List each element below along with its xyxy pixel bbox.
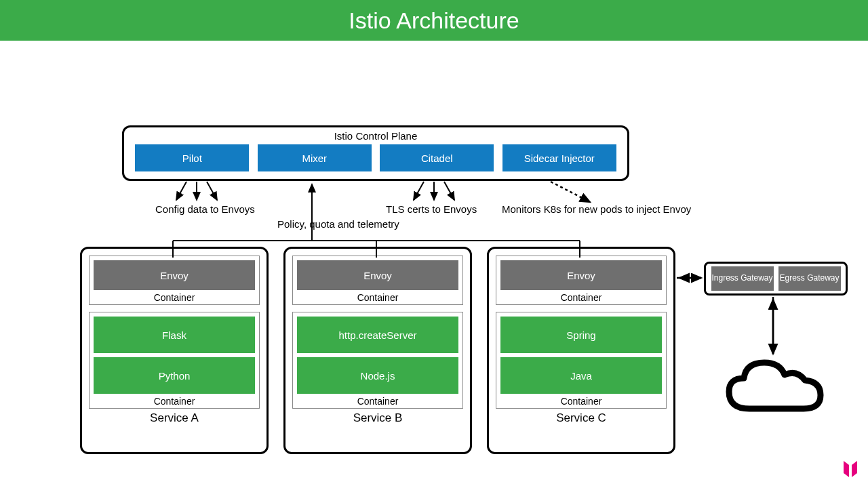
service-c-envoy: Envoy (500, 260, 662, 290)
svg-line-5 (444, 182, 454, 200)
service-b-label: Service B (285, 411, 470, 425)
svg-line-3 (414, 182, 424, 200)
svg-line-0 (176, 182, 186, 200)
header-bar: Istio Architecture (0, 0, 868, 41)
service-a-lang: Python (94, 357, 255, 394)
diagram-canvas: Istio Control Plane Pilot Mixer Citadel … (0, 41, 868, 488)
egress-gateway: Egress Gateway (778, 266, 841, 291)
service-a-envoy: Envoy (94, 260, 255, 290)
control-plane-box: Istio Control Plane Pilot Mixer Citadel … (122, 125, 629, 181)
container-label: Container (500, 292, 662, 303)
sidecar-annotation: Monitors K8s for new pods to inject Envo… (502, 203, 691, 215)
container-label: Container (297, 292, 458, 303)
svg-line-6 (551, 182, 590, 202)
pilot-box: Pilot (135, 144, 249, 171)
control-plane-label: Istio Control Plane (124, 130, 627, 142)
service-c-framework: Spring (500, 317, 662, 353)
service-a-framework: Flask (94, 317, 255, 353)
ingress-gateway: Ingress Gateway (711, 266, 774, 291)
brand-logo-icon (838, 457, 863, 484)
container-label: Container (297, 396, 458, 407)
service-c-label: Service C (489, 411, 673, 425)
service-a-box: Envoy Container Flask Python Container S… (80, 247, 269, 454)
service-b-envoy: Envoy (297, 260, 458, 290)
service-b-envoy-container: Envoy Container (292, 256, 463, 305)
service-b-box: Envoy Container http.createServer Node.j… (283, 247, 472, 454)
service-b-app-container: http.createServer Node.js Container (292, 312, 463, 409)
service-b-framework: http.createServer (297, 317, 458, 353)
service-a-envoy-container: Envoy Container (89, 256, 260, 305)
gateway-box: Ingress Gateway Egress Gateway (704, 262, 848, 296)
container-label: Container (94, 396, 255, 407)
service-c-lang: Java (500, 357, 662, 394)
pilot-annotation: Config data to Envoys (155, 203, 255, 215)
citadel-box: Citadel (380, 144, 494, 171)
service-c-box: Envoy Container Spring Java Container Se… (487, 247, 675, 454)
service-c-envoy-container: Envoy Container (496, 256, 667, 305)
container-label: Container (500, 396, 662, 407)
container-label: Container (94, 292, 255, 303)
citadel-annotation: TLS certs to Envoys (386, 203, 477, 215)
mixer-box: Mixer (258, 144, 372, 171)
svg-line-2 (207, 182, 217, 200)
page-title: Istio Architecture (349, 7, 519, 34)
service-b-lang: Node.js (297, 357, 458, 394)
service-a-label: Service A (82, 411, 267, 425)
sidecar-injector-box: Sidecar Injector (502, 144, 616, 171)
service-c-app-container: Spring Java Container (496, 312, 667, 409)
service-a-app-container: Flask Python Container (89, 312, 260, 409)
cloud-icon (722, 354, 824, 425)
mixer-annotation: Policy, quota and telemetry (277, 218, 399, 230)
